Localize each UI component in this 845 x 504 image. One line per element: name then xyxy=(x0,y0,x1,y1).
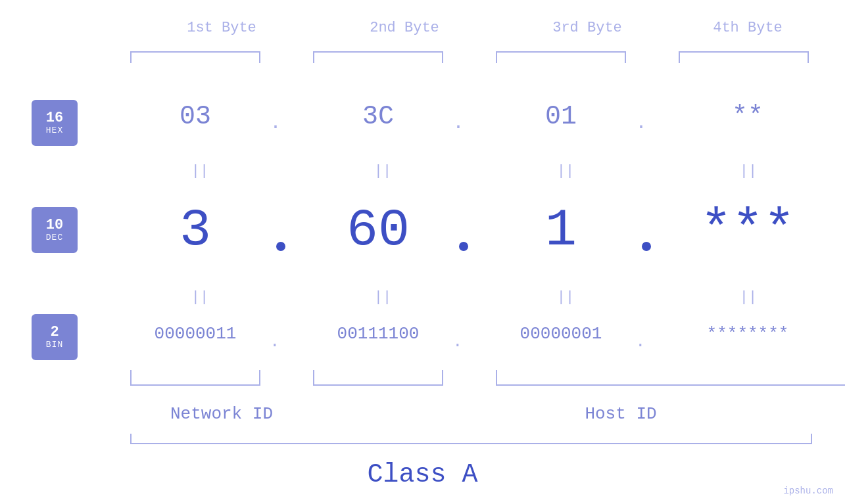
eq-1: || xyxy=(187,163,213,179)
eq-4: || xyxy=(735,163,761,179)
bracket-bottom-1 xyxy=(130,370,260,386)
hex-value-1: 03 xyxy=(130,102,260,131)
bracket-full-bottom xyxy=(130,434,812,444)
main-container: 16 HEX 10 DEC 2 BIN 1st Byte 2nd Byte 3r… xyxy=(0,0,845,504)
bracket-top-1 xyxy=(130,51,260,63)
dec-dot-1 xyxy=(276,242,285,251)
eq-3: || xyxy=(552,163,579,179)
bin-dot-2: . xyxy=(452,332,463,352)
dec-badge-number: 10 xyxy=(46,218,63,233)
dec-value-1: 3 xyxy=(130,200,260,260)
hex-dot-3: . xyxy=(635,112,647,134)
bracket-top-3 xyxy=(496,51,626,63)
bracket-top-2 xyxy=(313,51,443,63)
hex-value-3: 01 xyxy=(496,102,626,131)
bin-value-4: ******** xyxy=(679,324,817,344)
dec-badge-label: DEC xyxy=(46,233,63,242)
dec-value-4: *** xyxy=(679,200,817,260)
hex-badge: 16 HEX xyxy=(32,100,78,146)
dec-badge: 10 DEC xyxy=(32,207,78,253)
col-header-3: 3rd Byte xyxy=(496,20,679,36)
dec-value-3: 1 xyxy=(496,200,626,260)
eq-dec-bin-3: || xyxy=(552,289,579,306)
eq-dec-bin-1: || xyxy=(187,289,213,306)
col-header-2: 2nd Byte xyxy=(313,20,496,36)
hex-dot-2: . xyxy=(452,112,464,134)
bin-dot-3: . xyxy=(635,332,646,352)
watermark: ipshu.com xyxy=(783,486,833,496)
hex-badge-number: 16 xyxy=(46,110,63,126)
class-label: Class A xyxy=(0,460,845,490)
hex-value-2: 3C xyxy=(313,102,443,131)
bin-value-3: 00000001 xyxy=(496,324,626,344)
bin-dot-1: . xyxy=(270,332,280,352)
col-header-4: 4th Byte xyxy=(679,20,817,36)
bin-badge: 2 BIN xyxy=(32,314,78,360)
hex-badge-label: HEX xyxy=(46,126,63,135)
host-id-label: Host ID xyxy=(430,404,811,424)
bracket-bottom-3-4 xyxy=(496,370,845,386)
col-header-1: 1st Byte xyxy=(130,20,313,36)
eq-dec-bin-4: || xyxy=(735,289,761,306)
eq-dec-bin-2: || xyxy=(370,289,396,306)
dec-value-2: 60 xyxy=(313,200,443,260)
hex-value-4: ** xyxy=(679,102,817,131)
bin-value-2: 00111100 xyxy=(313,324,443,344)
bracket-bottom-2 xyxy=(313,370,443,386)
dec-dot-2 xyxy=(459,242,468,251)
bin-badge-label: BIN xyxy=(46,340,63,350)
dec-dot-3 xyxy=(642,242,651,251)
network-id-label: Network ID xyxy=(130,404,313,424)
bin-badge-number: 2 xyxy=(50,325,59,340)
bin-value-1: 00000011 xyxy=(130,324,260,344)
eq-2: || xyxy=(370,163,396,179)
bracket-top-4 xyxy=(679,51,809,63)
hex-dot-1: . xyxy=(270,112,281,134)
